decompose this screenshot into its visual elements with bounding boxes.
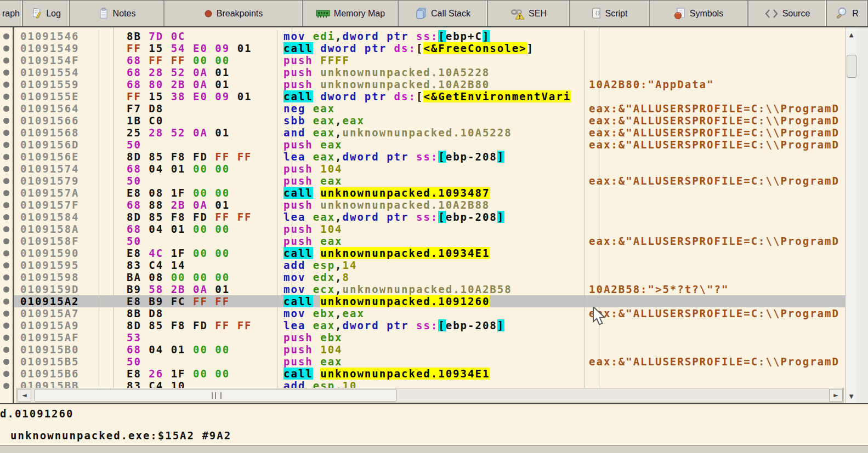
bytes-cell: 8D 85 F8 FD FF FF <box>99 319 277 331</box>
disassembly-row[interactable]: 010915A78B D8mov ebx,eaxeax:&"ALLUSERSPR… <box>14 307 845 319</box>
disassembly-row[interactable]: 0109155EFF 15 38 E0 09 01call dword ptr … <box>14 90 845 102</box>
scroll-left-button[interactable]: ◄ <box>18 389 31 402</box>
disassembly-row[interactable]: 010915661B C0sbb eax,eaxeax:&"ALLUSERSPR… <box>14 114 845 127</box>
disassembly-row[interactable]: 01091564F7 D8neg eaxeax:&"ALLUSERSPROFIL… <box>14 102 845 114</box>
breakpoint-gutter[interactable] <box>0 27 14 403</box>
disassembly-row[interactable]: 0109159DB9 58 2B 0A 01mov ecx,unknownunp… <box>14 283 845 295</box>
disassembly-row[interactable]: 0109158A68 04 01 00 00push 104 <box>14 223 845 235</box>
scroll-right-button[interactable]: ► <box>829 389 843 402</box>
tab-references[interactable]: R <box>827 1 868 26</box>
bytes-cell: E8 4C 1F 00 00 <box>99 247 277 259</box>
breakpoint-dot-icon[interactable] <box>3 262 9 268</box>
breakpoint-dot-icon[interactable] <box>3 142 9 148</box>
disassembly-row[interactable]: 010915468B 7D 0Cmov edi,dword ptr ss:[eb… <box>14 30 845 42</box>
disassembly-row[interactable]: 010915AF53push ebx <box>14 331 845 343</box>
comment-cell <box>585 163 845 175</box>
bytes-cell: 53 <box>99 331 277 343</box>
disassembly-row[interactable]: 0109156825 28 52 0A 01and eax,unknownunp… <box>14 127 845 139</box>
disassembly-row[interactable]: 010915A98D 85 F8 FD FF FFlea eax,dword p… <box>14 319 845 331</box>
disassembly-row[interactable]: 010915BB83 C4 10add esp,10 <box>14 380 845 388</box>
tab-graph[interactable]: raph <box>0 1 23 26</box>
bytes-cell: E8 B9 FC FF FF <box>99 295 277 307</box>
comment-cell: eax:&"ALLUSERSPROFILE=C:\\ProgramD <box>585 102 845 114</box>
breakpoint-dot-icon[interactable] <box>3 226 9 232</box>
disassembly-row[interactable]: 0109156D50push eaxeax:&"ALLUSERSPROFILE=… <box>14 139 845 151</box>
breakpoint-dot-icon[interactable] <box>3 106 9 112</box>
disassembly-row[interactable]: 010915B550push eaxeax:&"ALLUSERSPROFILE=… <box>14 355 845 368</box>
tab-breakpoints[interactable]: Breakpoints <box>164 1 303 26</box>
disassembly-row[interactable]: 0109157950push eaxeax:&"ALLUSERSPROFILE=… <box>14 175 845 187</box>
breakpoint-dot-icon[interactable] <box>3 130 9 136</box>
disassembly-row[interactable]: 010915A2E8 B9 FC FF FFcall unknownunpack… <box>14 295 845 307</box>
breakpoint-dot-icon[interactable] <box>3 335 9 341</box>
comment-cell <box>585 380 845 388</box>
tab-seh[interactable]: SEH <box>488 1 570 26</box>
disassembly-row[interactable]: 010915848D 85 F8 FD FF FFlea eax,dword p… <box>14 211 845 223</box>
tab-symbols[interactable]: Symbols <box>650 1 748 26</box>
breakpoint-dot-icon[interactable] <box>3 286 9 293</box>
breakpoint-dot-icon[interactable] <box>3 154 9 160</box>
breakpoint-dot-icon[interactable] <box>3 45 9 51</box>
breakpoint-dot-icon[interactable] <box>3 274 9 280</box>
breakpoint-dot-icon[interactable] <box>3 33 9 39</box>
breakpoint-dot-icon[interactable] <box>3 347 9 353</box>
breakpoint-dot-icon[interactable] <box>3 166 9 172</box>
scroll-up-button[interactable]: ▲ <box>846 28 856 41</box>
tab-script[interactable]: {}Script <box>570 1 650 26</box>
disassembly-row[interactable]: 0109155468 28 52 0A 01push unknownunpack… <box>14 66 845 78</box>
disassembly-row[interactable]: 01091549FF 15 54 E0 09 01call dword ptr … <box>14 42 845 54</box>
breakpoint-dot-icon[interactable] <box>3 202 9 208</box>
bytes-cell: 50 <box>99 235 277 247</box>
address-cell: 0109156E <box>14 151 99 163</box>
address-cell: 01091546 <box>14 30 99 42</box>
comment-cell: eax:&"ALLUSERSPROFILE=C:\\ProgramD <box>585 139 845 151</box>
disassembly-row[interactable]: 01091598BA 08 00 00 00mov edx,8 <box>14 271 845 283</box>
breakpoint-dot-icon[interactable] <box>3 70 9 76</box>
comment-cell <box>585 42 845 54</box>
tab-memory-map[interactable]: Memory Map <box>303 1 399 26</box>
tab-log[interactable]: Log <box>23 1 70 26</box>
breakpoint-dot-icon[interactable] <box>3 94 9 100</box>
breakpoint-dot-icon[interactable] <box>3 118 9 124</box>
breakpoint-dot-icon[interactable] <box>3 190 9 196</box>
comment-cell <box>585 223 845 235</box>
notes-icon <box>98 8 109 20</box>
disassembly-row[interactable]: 0109155968 80 2B 0A 01push unknownunpack… <box>14 78 845 90</box>
scroll-down-button[interactable]: ▼ <box>846 390 856 402</box>
breakpoint-dot-icon[interactable] <box>3 311 9 317</box>
disassembly-row[interactable]: 010915B068 04 01 00 00push 104 <box>14 343 845 355</box>
breakpoint-dot-icon[interactable] <box>3 359 9 365</box>
breakpoint-dot-icon[interactable] <box>3 58 9 64</box>
tab-source[interactable]: Source <box>748 1 827 26</box>
breakpoint-dot-icon[interactable] <box>3 178 9 184</box>
address-cell: 0109157A <box>14 187 99 199</box>
source-icon <box>764 8 779 19</box>
breakpoint-dot-icon[interactable] <box>3 323 9 329</box>
breakpoint-dot-icon[interactable] <box>3 371 9 377</box>
breakpoint-dot-icon[interactable] <box>3 82 9 88</box>
breakpoint-dot-icon[interactable] <box>3 299 9 305</box>
tab-notes[interactable]: Notes <box>70 1 164 26</box>
disassembly-row[interactable]: 010915B6E8 26 1F 00 00call unknownunpack… <box>14 368 845 380</box>
disassembly-row[interactable]: 0109154F68 FF FF 00 00push FFFF <box>14 54 845 66</box>
horizontal-scrollbar-thumb[interactable] <box>35 389 396 402</box>
disassembly-row[interactable]: 0109157468 04 01 00 00push 104 <box>14 163 845 175</box>
disassembly-row[interactable]: 0109156E8D 85 F8 FD FF FFlea eax,dword p… <box>14 151 845 163</box>
tab-call-stack[interactable]: Call Stack <box>399 1 488 26</box>
disassembly-row[interactable]: 0109159583 C4 14add esp,14 <box>14 259 845 271</box>
disassembly-row[interactable]: 0109158F50push eaxeax:&"ALLUSERSPROFILE=… <box>14 235 845 247</box>
disassembly-row[interactable]: 0109157AE8 08 1F 00 00call unknownunpack… <box>14 187 845 199</box>
vertical-scrollbar[interactable]: ▲ ▼ <box>845 27 857 403</box>
breakpoint-dot-icon[interactable] <box>3 238 9 244</box>
disassembly-row[interactable]: 0109157F68 88 2B 0A 01push unknownunpack… <box>14 199 845 211</box>
address-cell: 01091590 <box>14 247 99 259</box>
vertical-scrollbar-thumb[interactable] <box>847 55 856 78</box>
horizontal-scrollbar[interactable]: ◄ ► <box>16 388 844 403</box>
breakpoint-dot-icon[interactable] <box>3 383 9 389</box>
breakpoint-dot-icon[interactable] <box>3 250 9 256</box>
disassembly-row[interactable]: 01091590E8 4C 1F 00 00call unknownunpack… <box>14 247 845 259</box>
breakpoint-dot-icon[interactable] <box>3 214 9 220</box>
bytes-cell: 68 FF FF 00 00 <box>99 54 277 66</box>
status-address-line: d.01091260 <box>0 408 73 420</box>
tab-label: Breakpoints <box>217 8 263 19</box>
